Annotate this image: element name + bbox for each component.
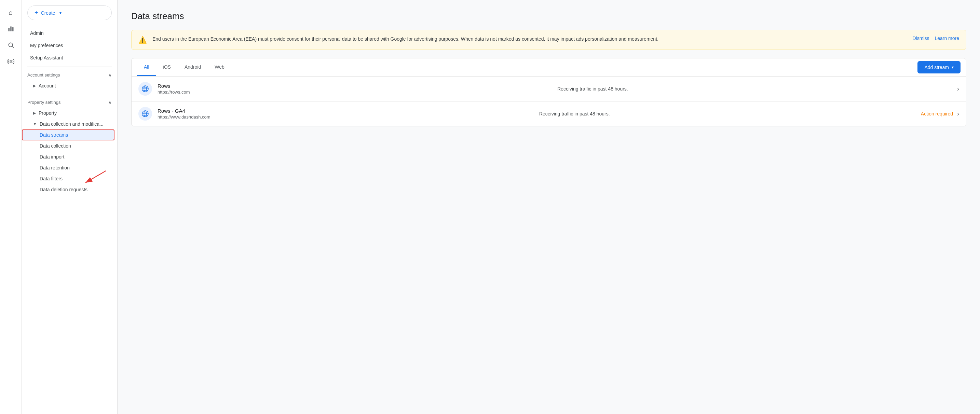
sidebar-setup-link[interactable]: Setup Assistant	[22, 52, 117, 64]
account-settings-section[interactable]: Account settings ∧	[22, 70, 117, 80]
tab-web[interactable]: Web	[208, 59, 231, 76]
account-label: Account	[38, 83, 56, 89]
stream-icon-rows	[138, 82, 152, 96]
add-stream-button[interactable]: Add stream ▾	[918, 61, 961, 73]
tab-android[interactable]: Android	[178, 59, 208, 76]
sidebar-account-item[interactable]: ▶ Account	[22, 80, 117, 91]
svg-rect-0	[8, 28, 9, 31]
stream-name-rows: Rows	[158, 83, 557, 89]
data-deletion-label: Data deletion requests	[40, 187, 88, 192]
search-icon[interactable]	[4, 38, 18, 52]
account-settings-chevron-icon: ∧	[108, 72, 112, 78]
property-label: Property	[38, 110, 57, 116]
stream-status-ga4: Receiving traffic in past 48 hours.	[539, 111, 921, 116]
data-retention-label: Data retention	[40, 165, 70, 170]
svg-rect-1	[10, 26, 11, 31]
property-settings-chevron-icon: ∧	[108, 100, 112, 105]
icon-rail: ⌂	[0, 0, 22, 414]
data-streams-highlight: Data streams	[22, 130, 117, 140]
broadcast-icon[interactable]	[4, 55, 18, 68]
sidebar-property-item[interactable]: ▶ Property	[22, 108, 117, 119]
home-icon[interactable]: ⌂	[4, 5, 18, 19]
svg-rect-2	[12, 27, 13, 32]
stream-chevron-ga4: ›	[957, 110, 959, 117]
add-stream-chevron-icon: ▾	[951, 65, 954, 70]
main-content: Data streams ⚠️ End users in the Europea…	[118, 0, 980, 414]
warning-banner: ⚠️ End users in the European Economic Ar…	[131, 30, 966, 50]
sidebar-admin-link[interactable]: Admin	[22, 27, 117, 39]
stream-info-ga4: Rows - GA4 https://www.dashdash.com	[158, 108, 539, 119]
sidebar-data-retention-item[interactable]: Data retention	[22, 162, 115, 173]
property-arrow-icon: ▶	[33, 111, 36, 116]
sidebar-data-deletion-item[interactable]: Data deletion requests	[22, 184, 115, 195]
data-filters-label: Data filters	[40, 176, 62, 181]
add-stream-label: Add stream	[924, 65, 949, 70]
sidebar: + Create ▾ Admin My preferences Setup As…	[22, 0, 118, 414]
data-import-label: Data import	[40, 154, 64, 160]
chart-icon[interactable]	[4, 22, 18, 35]
learn-more-button[interactable]: Learn more	[935, 35, 959, 41]
account-arrow-icon: ▶	[33, 83, 36, 88]
warning-icon: ⚠️	[138, 36, 147, 44]
tabs-header: All iOS Android Web Add stream ▾	[132, 59, 966, 76]
sidebar-data-filters-item[interactable]: Data filters	[22, 173, 115, 184]
sidebar-divider-1	[27, 67, 112, 67]
plus-icon: +	[35, 9, 38, 16]
stream-icon-ga4	[138, 107, 152, 121]
sidebar-preferences-link[interactable]: My preferences	[22, 39, 117, 52]
stream-row-ga4[interactable]: Rows - GA4 https://www.dashdash.com Rece…	[132, 102, 966, 126]
stream-url-ga4: https://www.dashdash.com	[158, 114, 539, 119]
property-settings-section[interactable]: Property settings ∧	[22, 97, 117, 108]
dismiss-button[interactable]: Dismiss	[912, 35, 929, 41]
stream-name-ga4: Rows - GA4	[158, 108, 539, 114]
sidebar-divider-2	[27, 94, 112, 94]
stream-url-rows: https://rows.com	[158, 89, 557, 95]
data-collection-label: Data collection and modifica...	[40, 121, 103, 127]
account-settings-label: Account settings	[27, 72, 60, 78]
data-collection-sub-label: Data collection	[40, 143, 71, 149]
data-collection-arrow-icon: ▼	[33, 122, 37, 126]
create-button[interactable]: + Create ▾	[27, 5, 112, 20]
property-settings-label: Property settings	[27, 100, 61, 105]
sidebar-data-collection-item[interactable]: ▼ Data collection and modifica...	[22, 119, 117, 130]
stream-status-rows: Receiving traffic in past 48 hours.	[557, 86, 957, 92]
streams-container: All iOS Android Web Add stream ▾	[131, 58, 966, 126]
stream-row-rows[interactable]: Rows https://rows.com Receiving traffic …	[132, 76, 966, 102]
create-label: Create	[41, 10, 56, 16]
svg-line-4	[12, 46, 14, 48]
data-streams-label: Data streams	[40, 132, 68, 138]
stream-chevron-rows: ›	[957, 86, 959, 92]
action-required-badge: Action required	[921, 111, 953, 116]
tab-all[interactable]: All	[137, 59, 156, 76]
sidebar-data-import-item[interactable]: Data import	[22, 151, 115, 162]
tab-ios[interactable]: iOS	[156, 59, 178, 76]
warning-actions: Dismiss Learn more	[912, 35, 959, 41]
warning-text: End users in the European Economic Area …	[153, 35, 907, 43]
stream-info-rows: Rows https://rows.com	[158, 83, 557, 95]
svg-point-3	[8, 43, 13, 47]
create-chevron-icon: ▾	[59, 11, 62, 15]
svg-point-5	[10, 61, 12, 62]
sidebar-data-streams-item[interactable]: Data streams	[22, 130, 115, 140]
sidebar-data-collection-sub-item[interactable]: Data collection	[22, 140, 115, 151]
page-title: Data streams	[131, 11, 966, 22]
